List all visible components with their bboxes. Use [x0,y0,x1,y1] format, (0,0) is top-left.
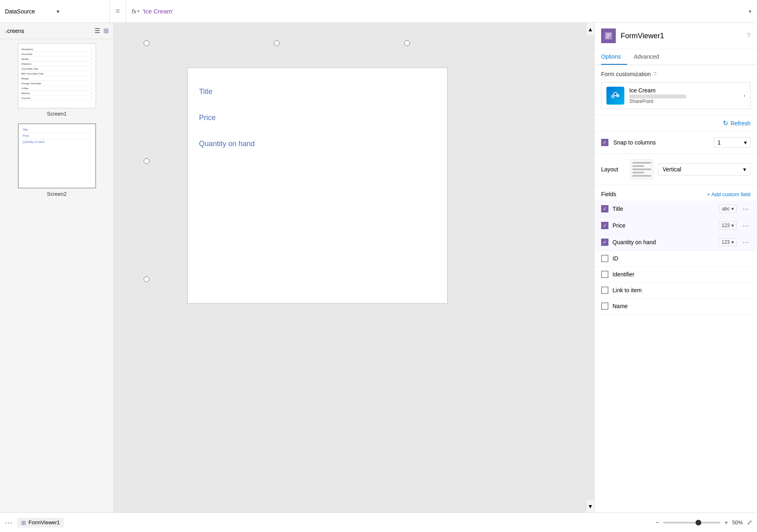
zoom-slider[interactable] [663,522,720,523]
zoom-out-button[interactable]: − [654,519,661,526]
snap-checkbox[interactable]: ✓ [601,139,608,146]
field-type-chevron-icon: ▾ [731,206,734,212]
screen1-thumbnail: Strawberry› Chocolate› Vanilla› Pistachi… [18,43,96,108]
thumb1-row: Banana› [22,91,92,96]
refresh-label: Refresh [731,120,750,127]
form-canvas: Title Price Quantity on hand [187,68,448,304]
thumb1-row: Mango› [22,76,92,81]
tab-options[interactable]: Options [601,49,627,65]
scroll-down-button[interactable]: ▼ [586,499,594,512]
layout-preview [630,160,653,179]
field-name-checkbox[interactable] [601,302,608,310]
expand-icon[interactable]: ⤢ [747,519,752,526]
formula-bar: fx ▾ 'Ice Cream' ▾ [126,0,757,22]
datasource-info: Ice Cream SharePoint [629,87,739,104]
datasource-type: SharePoint [629,99,739,104]
right-panel-header: FormViewer1 ? [595,23,757,49]
bottom-bar: ⋯ ⊞ FormViewer1 − + 50% ⤢ [0,512,757,532]
zoom-in-button[interactable]: + [723,519,730,526]
add-custom-field-button[interactable]: + Add custom field [707,191,750,197]
field-quantity-name: Quantity on hand [613,239,715,245]
thumb1-list: Strawberry› Chocolate› Vanilla› Pistachi… [18,44,96,104]
section-title: Form customization ? [601,71,750,77]
more-options-icon[interactable]: ⋯ [5,518,12,527]
thumb1-row: Chocolate› [22,52,92,57]
field-row-id: ID [595,251,757,267]
equals-sign: = [110,0,126,22]
field-row-price: ✓ Price 123 ▾ ⋯ [595,217,757,234]
formula-value[interactable]: 'Ice Cream' [142,8,746,15]
tab-form-label: FormViewer1 [28,519,60,525]
screens-header: screens ☰ ⊞ [0,23,114,39]
handle-tm[interactable] [274,40,280,46]
form-viewer-tab[interactable]: ⊞ FormViewer1 [17,518,64,528]
handle-tr[interactable] [404,40,410,46]
screen1-item[interactable]: Strawberry› Chocolate› Vanilla› Pistachi… [3,43,110,117]
form-field-price: Price [199,114,216,122]
field-title-type[interactable]: abc ▾ [719,205,737,213]
field-price-more-icon[interactable]: ⋯ [741,222,750,230]
top-bar: DataSource ▾ = fx ▾ 'Ice Cream' ▾ [0,0,757,23]
field-row-name: Name [595,298,757,314]
fields-title: Fields [601,191,704,197]
svg-point-6 [616,94,619,97]
field-title-more-icon[interactable]: ⋯ [741,205,750,213]
screen2-item[interactable]: Title Price Quantity on hand Screen2 [3,123,110,197]
list-view-icon[interactable]: ☰ [94,27,100,35]
refresh-row[interactable]: ↻ Refresh [595,115,757,131]
field-identifier-checkbox[interactable] [601,271,608,278]
field-quantity-more-icon[interactable]: ⋯ [741,239,750,246]
svg-point-7 [611,94,615,99]
field-quantity-checkbox[interactable]: ✓ [601,239,608,246]
field-link-name: Link to item [613,287,750,293]
field-link-checkbox[interactable] [601,287,608,294]
field-type-chevron-icon: ▾ [731,239,734,245]
snap-label: Snap to columns [613,139,709,146]
screens-list: Strawberry› Chocolate› Vanilla› Pistachi… [0,39,114,512]
columns-dropdown[interactable]: 1 ▾ [714,137,750,148]
zoom-level: 50% [732,519,743,525]
field-id-name: ID [613,255,750,262]
field-type-chevron-icon: ▾ [731,223,734,228]
datasource-sub [629,94,686,99]
datasource-chevron-icon: › [744,93,745,99]
handle-bl[interactable] [144,276,149,282]
grid-view-icon[interactable]: ⊞ [103,27,109,35]
question-icon: ? [653,71,656,77]
thumb1-row: Coconut› [22,96,92,101]
fx-label: fx ▾ [132,8,140,15]
form-canvas-wrapper: Title Price Quantity on hand [147,43,407,279]
field-price-name: Price [613,222,715,229]
screens-title: screens [5,28,91,34]
form-viewer-icon [601,28,616,43]
canvas-area: ▲ Title Price Quantity on hand ▼ [114,23,594,512]
field-quantity-type[interactable]: 123 ▾ [719,238,737,246]
layout-dropdown[interactable]: Vertical ▾ [658,163,750,175]
tab-advanced[interactable]: Advanced [634,49,665,65]
scroll-up-button[interactable]: ▲ [586,23,594,36]
thumb1-row: Mint Chocolate Chip› [22,71,92,76]
screen2-label: Screen2 [47,191,66,197]
panel-tabs: Options Advanced [595,49,757,65]
field-id-checkbox[interactable] [601,255,608,262]
svg-point-5 [614,93,617,95]
handle-ml[interactable] [144,158,149,164]
datasource-row[interactable]: Ice Cream SharePoint › [601,82,750,109]
screens-icons: ☰ ⊞ [94,27,109,35]
field-price-type[interactable]: 123 ▾ [719,221,737,230]
screens-panel: screens ☰ ⊞ Strawberry› Chocolate› Vanil… [0,23,114,512]
main-layout: screens ☰ ⊞ Strawberry› Chocolate› Vanil… [0,23,757,512]
zoom-handle[interactable] [696,520,701,525]
field-name-name: Name [613,303,750,309]
thumb2-content: Title Price Quantity on hand [19,124,95,147]
datasource-dropdown[interactable]: DataSource ▾ [0,0,110,22]
handle-tl[interactable] [144,40,149,46]
help-icon[interactable]: ? [747,32,750,39]
screen2-thumbnail: Title Price Quantity on hand [18,123,96,188]
datasource-chevron-icon: ▾ [57,8,105,15]
thumb1-row: Coffee› [22,86,92,91]
field-title-checkbox[interactable]: ✓ [601,205,608,212]
field-price-checkbox[interactable]: ✓ [601,222,608,229]
thumb1-row: Vanilla› [22,57,92,61]
snap-row: ✓ Snap to columns 1 ▾ [595,131,757,154]
